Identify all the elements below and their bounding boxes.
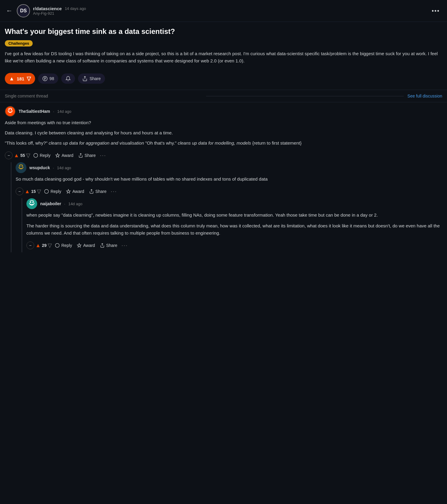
more-options-button[interactable]: ••• bbox=[429, 6, 442, 16]
snoo-svg-3 bbox=[26, 198, 37, 209]
share-button-1[interactable]: Share bbox=[76, 152, 98, 159]
downvote-button-3[interactable]: ▽ bbox=[48, 242, 52, 249]
user-avatar-1 bbox=[5, 106, 16, 117]
svg-point-13 bbox=[19, 165, 23, 169]
comment-body-1: Aside from meetings with no true intenti… bbox=[5, 119, 442, 147]
reply-icon-2 bbox=[44, 189, 49, 194]
upvote-button-3[interactable]: ▲ bbox=[35, 242, 41, 249]
see-full-discussion-button[interactable]: See full discussion bbox=[407, 94, 442, 98]
downvote-button-1[interactable]: ▽ bbox=[26, 152, 30, 159]
post-body: I've got a few ideas for DS tooling I wa… bbox=[5, 50, 442, 64]
bullet-sep-3: · bbox=[64, 202, 65, 206]
svg-point-27 bbox=[56, 244, 59, 248]
svg-point-24 bbox=[32, 202, 34, 203]
user-avatar-2 bbox=[16, 162, 26, 173]
upvote-button-2[interactable]: ▲ bbox=[25, 188, 30, 195]
reply-icon-1 bbox=[33, 153, 38, 158]
header: ← DS r/datascience 14 days ago Any-Fig-9… bbox=[0, 0, 447, 22]
user-avatar-3 bbox=[26, 198, 37, 209]
snoo-svg-2 bbox=[16, 163, 26, 172]
comment-count: 98 bbox=[50, 76, 54, 81]
share-label: Share bbox=[89, 76, 100, 81]
nested-comment-block-2: wsupduck · 14d ago So much data cleaning… bbox=[11, 162, 442, 252]
more-options-1[interactable]: ··· bbox=[99, 152, 107, 159]
more-options-2[interactable]: ··· bbox=[110, 188, 118, 195]
comment-1-actions: − ▲ 55 ▽ Reply Award Share ··· bbox=[5, 150, 442, 162]
comment-block-1: TheSaltiestHam · 14d ago Aside from meet… bbox=[0, 102, 447, 252]
back-button[interactable]: ← bbox=[5, 6, 14, 15]
username-1: TheSaltiestHam bbox=[19, 109, 50, 114]
bell-icon bbox=[65, 76, 71, 81]
comment-user-row-1: TheSaltiestHam · 14d ago bbox=[5, 106, 442, 117]
comment-body-2: So much data cleaning good god - why sho… bbox=[16, 176, 442, 183]
thread-divider bbox=[206, 96, 404, 96]
thread-label: Single comment thread bbox=[5, 94, 202, 98]
downvote-icon: ▽ bbox=[27, 75, 31, 82]
header-right: ••• bbox=[429, 6, 442, 16]
vote-count: 181 bbox=[17, 76, 24, 81]
vote-count-3: 29 bbox=[42, 243, 47, 248]
downvote-button-2[interactable]: ▽ bbox=[37, 188, 41, 195]
collapse-button-3[interactable]: − bbox=[26, 242, 34, 249]
collapse-button-2[interactable]: − bbox=[16, 188, 23, 195]
comment-body-3: when people say "data clearning", newbie… bbox=[26, 212, 442, 237]
comment-time-1: 14d ago bbox=[57, 109, 71, 114]
share-icon-2 bbox=[89, 189, 94, 194]
comment-icon bbox=[42, 76, 48, 81]
comment-user-row-2: wsupduck · 14d ago bbox=[16, 162, 442, 173]
reply-button-1[interactable]: Reply bbox=[32, 152, 52, 159]
comments-button[interactable]: 98 bbox=[38, 74, 58, 84]
award-icon-2 bbox=[66, 189, 71, 194]
post-time: 14 days ago bbox=[65, 6, 86, 11]
share-icon-3 bbox=[100, 243, 105, 248]
post-title: What's your biggest time sink as a data … bbox=[5, 27, 442, 36]
nested-comment-block-3: naijaboiler · 14d ago when people say "d… bbox=[22, 198, 442, 252]
reply-button-2[interactable]: Reply bbox=[42, 188, 63, 195]
post-actions: ▲ 181 ▽ 98 Share bbox=[5, 70, 442, 87]
vote-button[interactable]: ▲ 181 ▽ bbox=[5, 73, 35, 84]
comments-section: TheSaltiestHam · 14d ago Aside from meet… bbox=[0, 102, 447, 252]
snoo-svg-1 bbox=[5, 106, 15, 116]
award-button-3[interactable]: Award bbox=[75, 242, 97, 249]
username-3: naijaboiler bbox=[40, 201, 61, 206]
more-options-3[interactable]: ··· bbox=[120, 242, 129, 249]
subreddit-name: r/datascience bbox=[33, 6, 62, 11]
collapse-button-1[interactable]: − bbox=[5, 152, 13, 159]
comment-2-actions: − ▲ 15 ▽ Reply Award Share ··· bbox=[16, 186, 442, 198]
share-icon-1 bbox=[78, 153, 83, 158]
post-content: What's your biggest time sink as a data … bbox=[0, 22, 447, 90]
reply-button-3[interactable]: Reply bbox=[53, 242, 74, 249]
comment-3-actions: − ▲ 29 ▽ Reply Award Share bbox=[26, 240, 442, 252]
award-post-button[interactable] bbox=[61, 74, 75, 84]
upvote-icon: ▲ bbox=[9, 76, 14, 82]
comment-user-row-3: naijaboiler · 14d ago bbox=[26, 198, 442, 209]
flair-badge[interactable]: Challenges bbox=[5, 40, 33, 46]
vote-count-2: 15 bbox=[31, 189, 36, 194]
award-button-1[interactable]: Award bbox=[53, 152, 75, 159]
share-post-button[interactable]: Share bbox=[78, 74, 105, 84]
header-meta: r/datascience 14 days ago Any-Fig-921 bbox=[33, 6, 86, 16]
bullet-sep-1: · bbox=[53, 109, 54, 114]
comment-time-2: 14d ago bbox=[57, 166, 71, 170]
vote-count-1: 55 bbox=[20, 153, 25, 158]
username-2: wsupduck bbox=[29, 165, 50, 170]
svg-point-4 bbox=[8, 109, 12, 112]
comment-time-3: 14d ago bbox=[68, 202, 82, 206]
share-button-3[interactable]: Share bbox=[98, 242, 119, 249]
reply-icon-3 bbox=[55, 243, 60, 248]
post-username: Any-Fig-921 bbox=[33, 11, 86, 16]
share-icon bbox=[82, 76, 88, 81]
subreddit-avatar: DS bbox=[17, 4, 30, 17]
svg-point-9 bbox=[34, 154, 38, 158]
svg-point-18 bbox=[45, 190, 49, 194]
share-button-2[interactable]: Share bbox=[87, 188, 108, 195]
comment-thread-header: Single comment thread See full discussio… bbox=[0, 90, 447, 102]
svg-point-23 bbox=[30, 202, 31, 203]
upvote-button-1[interactable]: ▲ bbox=[14, 152, 19, 159]
award-icon-1 bbox=[55, 153, 60, 158]
bullet-sep-2: · bbox=[53, 166, 54, 170]
award-icon-3 bbox=[77, 243, 82, 248]
award-button-2[interactable]: Award bbox=[64, 188, 86, 195]
